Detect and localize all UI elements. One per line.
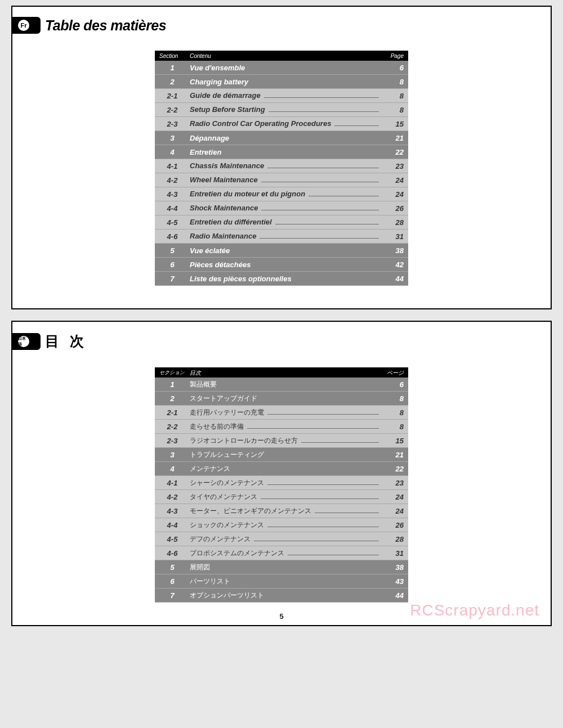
panel-title: Table des matières xyxy=(45,17,166,34)
toc-page-number: 21 xyxy=(381,134,404,142)
toc-title: デフのメンテナンス xyxy=(190,534,381,544)
toc-section-number: 4 xyxy=(159,465,190,473)
toc-section-number: 4-6 xyxy=(159,549,190,558)
toc-title: 製品概要 xyxy=(190,380,381,389)
toc-section-number: 6 xyxy=(159,260,190,269)
toc-row: 3Dépannage21 xyxy=(155,131,408,145)
toc-section-number: 1 xyxy=(159,380,190,389)
toc-row: 7オプションパーツリスト44 xyxy=(155,588,408,603)
toc-section-number: 4-1 xyxy=(159,162,190,170)
toc-section-number: 2 xyxy=(159,78,190,86)
toc-title: オプションパーツリスト xyxy=(190,591,381,600)
lang-badge: 日本語 xyxy=(18,336,29,347)
toc-section-number: 1 xyxy=(159,64,190,72)
toc-panel-fr: Fr Table des matières Section Contenu Pa… xyxy=(11,6,552,309)
toc-title: Radio Control Car Operating Procedures xyxy=(190,119,381,128)
toc-section-number: 4-1 xyxy=(159,479,190,487)
toc-page-number: 31 xyxy=(381,232,404,241)
panel-title: 目 次 xyxy=(45,332,87,350)
toc-table: セクション 目次 ページ 1製品概要62スタートアップガイド82-1走行用バッテ… xyxy=(155,367,408,603)
toc-section-number: 4-3 xyxy=(159,190,190,199)
toc-page-number: 26 xyxy=(381,521,404,529)
toc-title: 走らせる前の準備 xyxy=(190,422,381,432)
toc-page-number: 38 xyxy=(381,246,404,255)
toc-section-number: 4-5 xyxy=(159,535,190,543)
toc-section-number: 2-2 xyxy=(159,423,190,431)
toc-page-number: 23 xyxy=(381,162,404,170)
toc-row: 4Entretien22 xyxy=(155,145,408,159)
toc-page-number: 24 xyxy=(381,190,404,199)
toc-page-number: 44 xyxy=(381,591,404,600)
toc-section-number: 7 xyxy=(159,275,190,283)
toc-page-number: 8 xyxy=(381,92,404,100)
toc-title: タイヤのメンテナンス xyxy=(190,492,381,502)
toc-title: Liste des pièces optionnelles xyxy=(190,275,381,283)
page: Fr Table des matières Section Contenu Pa… xyxy=(0,0,563,637)
toc-row: 4-6プロポシステムのメンテナンス31 xyxy=(155,546,408,560)
toc-title: Chassis Maintenance xyxy=(190,161,381,170)
toc-row: 4-6Radio Maintenance31 xyxy=(155,230,408,244)
toc-section-number: 4-2 xyxy=(159,176,190,185)
toc-section-number: 4-6 xyxy=(159,232,190,241)
toc-row: 4-1Chassis Maintenance23 xyxy=(155,159,408,173)
toc-title: Entretien xyxy=(190,148,381,156)
toc-section-number: 7 xyxy=(159,591,190,600)
toc-title: Charging battery xyxy=(190,78,381,86)
toc-row: 6Pièces détachées42 xyxy=(155,258,408,272)
toc-rows: 1Vue d'ensemble62Charging battery82-1Gui… xyxy=(155,61,408,286)
toc-title: 展開図 xyxy=(190,563,381,572)
toc-row: 2-3Radio Control Car Operating Procedure… xyxy=(155,117,408,131)
toc-row: 4-4Shock Maintenance26 xyxy=(155,201,408,215)
toc-row: 4-3Entretien du moteur et du pignon24 xyxy=(155,187,408,201)
toc-title: モーター、ピニオンギアのメンテナンス xyxy=(190,506,381,516)
toc-section-number: 2-1 xyxy=(159,92,190,100)
toc-page-number: 28 xyxy=(381,535,404,543)
toc-row: 4-5Entretien du différentiel28 xyxy=(155,215,408,230)
toc-title: Dépannage xyxy=(190,134,381,142)
toc-title: 走行用バッテリーの充電 xyxy=(190,408,381,417)
toc-page-number: 42 xyxy=(381,260,404,269)
lang-tab: Fr xyxy=(12,17,41,34)
toc-page-number: 15 xyxy=(381,120,404,128)
toc-page-number: 22 xyxy=(381,148,404,156)
toc-row: 4-1シャーシのメンテナンス23 xyxy=(155,476,408,490)
toc-section-number: 4-4 xyxy=(159,204,190,213)
toc-row: 4-2タイヤのメンテナンス24 xyxy=(155,490,408,504)
toc-row: 2-2Setup Before Starting8 xyxy=(155,103,408,117)
toc-row: 2スタートアップガイド8 xyxy=(155,392,408,406)
toc-row: 4-4ショックのメンテナンス26 xyxy=(155,518,408,532)
toc-panel-jp: 日本語 目 次 セクション 目次 ページ 1製品概要62スタートアップガイド82… xyxy=(11,321,552,626)
toc-title: ショックのメンテナンス xyxy=(190,520,381,530)
toc-page-number: 24 xyxy=(381,493,404,501)
toc-title: トラブルシューティング xyxy=(190,450,381,460)
lang-badge: Fr xyxy=(18,20,29,31)
toc-title: Setup Before Starting xyxy=(190,105,381,114)
toc-title: メンテナンス xyxy=(190,464,381,474)
toc-page-number: 8 xyxy=(381,423,404,431)
toc-table: Section Contenu Page 1Vue d'ensemble62Ch… xyxy=(155,51,408,286)
toc-section-number: 5 xyxy=(159,246,190,255)
toc-rows: 1製品概要62スタートアップガイド82-1走行用バッテリーの充電82-2走らせる… xyxy=(155,378,408,603)
toc-page-number: 24 xyxy=(381,507,404,515)
toc-page-number: 6 xyxy=(381,380,404,389)
toc-row: 2-1走行用バッテリーの充電8 xyxy=(155,406,408,420)
toc-row: 5展開図38 xyxy=(155,560,408,574)
panel-header: 日本語 目 次 xyxy=(12,332,528,350)
toc-title: スタートアップガイド xyxy=(190,394,381,403)
toc-page-number: 43 xyxy=(381,577,404,586)
toc-section-number: 4-2 xyxy=(159,493,190,501)
toc-row: 5Vue éclatée38 xyxy=(155,244,408,258)
toc-row: 7Liste des pièces optionnelles44 xyxy=(155,272,408,286)
toc-title: Entretien du moteur et du pignon xyxy=(190,190,381,199)
toc-title: Pièces détachées xyxy=(190,260,381,269)
toc-section-number: 3 xyxy=(159,451,190,459)
toc-row: 4メンテナンス22 xyxy=(155,462,408,476)
toc-section-number: 2-3 xyxy=(159,437,190,445)
toc-row: 2-1Guide de démarrage8 xyxy=(155,89,408,103)
toc-page-number: 31 xyxy=(381,549,404,558)
header-page: Page xyxy=(381,53,404,59)
header-page: ページ xyxy=(381,369,404,377)
toc-section-number: 4 xyxy=(159,148,190,156)
header-section: セクション xyxy=(159,369,190,376)
toc-page-number: 8 xyxy=(381,106,404,114)
